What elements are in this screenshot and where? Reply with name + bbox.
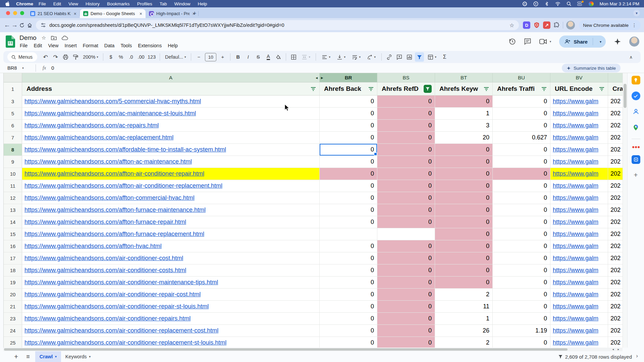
url-link[interactable]: https://www.galmicheandsons.com/affton-c… [24,194,195,201]
url-link[interactable]: https://www.galm [553,231,598,238]
insert-chart-button[interactable] [405,52,414,62]
cell-value[interactable]: 0 [435,192,493,204]
cell-url-encoded[interactable]: https://www.galm [550,228,608,240]
url-link[interactable]: https://www.galmicheandsons.com/ac-repla… [24,134,173,141]
url-link[interactable]: https://www.galm [553,170,598,177]
cell-value[interactable]: 0 [435,168,493,180]
cell-url-encoded[interactable]: https://www.galm [550,192,608,204]
insert-link-button[interactable] [385,52,394,62]
scroll-left-icon[interactable]: ◂ [612,348,614,351]
cell-value[interactable]: 0 [320,156,377,168]
unhide-columns-right-icon[interactable]: ▸ [321,75,323,80]
reload-button[interactable] [18,20,26,30]
formula-input[interactable]: 0 [51,65,54,71]
more-formats-button[interactable]: 123 [147,52,157,62]
cell-value[interactable]: 0 [377,144,435,156]
cell-address[interactable]: https://www.galmicheandsons.com/affton-a… [22,156,320,168]
increase-font-size-button[interactable]: + [218,52,227,62]
cell-crawl[interactable]: 202 [608,120,623,131]
os-menu-chrome[interactable]: Chrome [16,1,33,6]
increase-decimals-button[interactable]: .00 [137,52,146,62]
url-link[interactable]: https://www.galm [553,315,598,322]
cell-address[interactable]: https://www.galmicheandsons.com/ac-repai… [22,120,320,131]
cell-crawl[interactable]: 202 [608,144,623,156]
url-link[interactable]: https://www.galmicheandsons.com/air-cond… [24,255,183,262]
extension-shield-icon[interactable] [533,22,540,28]
forward-button[interactable]: → [11,20,18,30]
format-percent-button[interactable]: % [116,52,125,62]
strikethrough-button[interactable]: S [254,52,263,62]
column-header-A[interactable]: A◂ [22,73,320,82]
decrease-decimals-button[interactable]: .0 [126,52,136,62]
cell-url-encoded[interactable]: https://www.galm [550,325,608,337]
cell-value[interactable]: 0 [320,96,377,107]
url-link[interactable]: https://www.galmicheandsons.com/5-commer… [24,98,201,105]
cloud-saved-icon[interactable] [62,36,68,40]
menu-bar-clock[interactable]: Mon Mar 3 2:14 PM [599,1,639,6]
cell-address[interactable]: https://www.galmicheandsons.com/air-cond… [22,337,320,348]
cell-address[interactable]: https://www.galmicheandsons.com/affton-f… [22,228,320,240]
table-header-cell[interactable]: Ahrefs RefD [377,82,435,96]
tab-search-chevron-icon[interactable]: ▾ [633,10,640,16]
cell-url-encoded[interactable]: https://www.galm [550,180,608,192]
row-header-20[interactable]: 20 [4,289,22,300]
addon-dots-icon[interactable] [632,146,640,148]
os-menu-help[interactable]: Help [198,1,207,6]
os-menu-profiles[interactable]: Profiles [137,1,152,6]
document-title[interactable]: Demo [19,34,37,42]
row-header-16[interactable]: 16 [4,240,22,252]
vertical-scrollbar-thumb[interactable] [624,84,627,108]
table-header-cell[interactable]: Ahrefs Back [320,82,377,96]
redo-button[interactable]: ↷ [51,52,60,62]
zoom-selector[interactable]: 200%▾ [81,52,100,62]
cell-address[interactable]: https://www.galmicheandsons.com/air-cond… [22,277,320,288]
chevron-down-icon[interactable]: ▾ [89,355,91,358]
cell-url-encoded[interactable]: https://www.galm [550,289,608,300]
undo-button[interactable]: ↶ [41,52,50,62]
contacts-icon[interactable] [632,107,640,116]
cell-url-encoded[interactable]: https://www.galm [550,168,608,180]
cell-value[interactable]: 0 [493,301,550,312]
cell-value[interactable]: 0 [435,277,493,288]
cell-value[interactable]: 0 [377,168,435,180]
url-link[interactable]: https://www.galmicheandsons.com/air-cond… [24,291,201,298]
cell-value[interactable]: 0 [377,96,435,107]
cell-value[interactable]: 0 [320,325,377,337]
cell-crawl[interactable]: 202 [608,240,623,252]
cell-value[interactable]: 0 [435,216,493,228]
row-header-25[interactable]: 25 [4,337,22,348]
cell-url-encoded[interactable]: https://www.galm [550,108,608,119]
horizontal-scrollbar-thumb[interactable] [4,348,568,351]
url-link[interactable]: https://www.galm [553,219,598,226]
os-menu-file[interactable]: File [39,1,46,6]
cell-value[interactable]: 0 [493,156,550,168]
cell-address[interactable]: https://www.galmicheandsons.com/affton-f… [22,216,320,228]
extension-ahrefs-icon[interactable]: ↗ [543,21,550,29]
cell-crawl[interactable]: 202 [608,96,623,107]
text-rotation-button[interactable]: A ▾ [364,52,378,62]
cell-value[interactable]: 0 [493,204,550,216]
cell-value[interactable]: 0 [320,277,377,288]
bluetooth-icon[interactable] [544,1,549,6]
url-link[interactable]: https://www.galmicheandsons.com/affton-f… [24,206,206,214]
move-folder-icon[interactable] [51,36,57,40]
url-link[interactable]: https://www.galmicheandsons.com/air-cond… [24,315,191,322]
cell-url-encoded[interactable]: https://www.galm [550,156,608,168]
cell-crawl[interactable]: 202 [608,289,623,300]
bookmark-star-icon[interactable]: ☆ [509,22,514,28]
create-filter-button[interactable] [415,52,424,62]
italic-button[interactable]: I [244,52,253,62]
cell-value[interactable]: 0 [377,337,435,348]
name-box[interactable]: BR8 ▾ [0,65,34,71]
cell-address[interactable]: https://www.galmicheandsons.com/air-cond… [22,289,320,300]
cell-url-encoded[interactable]: https://www.galm [550,216,608,228]
cell-value[interactable]: 0 [435,180,493,192]
control-center-icon[interactable] [577,1,583,6]
cell-value[interactable]: 0 [377,264,435,276]
cell-value[interactable]: 0 [320,120,377,131]
row-header-8[interactable]: 8 [4,144,22,156]
chevron-down-icon[interactable]: ▾ [55,355,57,358]
insert-comment-button[interactable] [395,52,404,62]
bold-button[interactable]: B [233,52,243,62]
url-link[interactable]: https://www.galm [553,194,598,201]
